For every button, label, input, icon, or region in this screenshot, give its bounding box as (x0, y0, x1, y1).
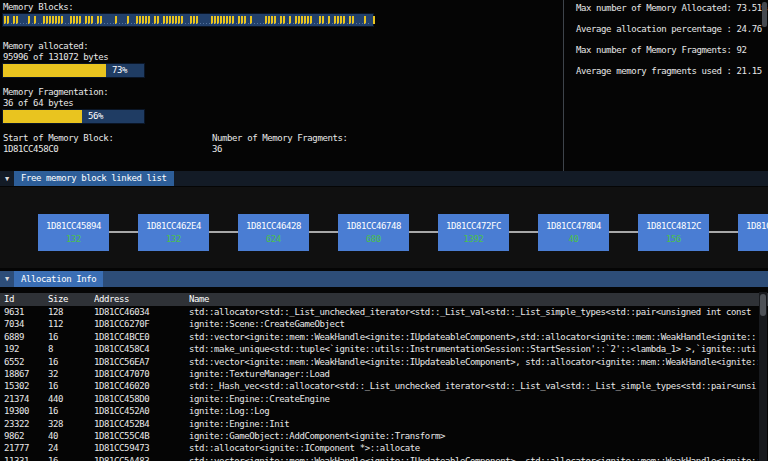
memory-block-segment (97, 16, 99, 24)
cell-address: 1D81CC55C4B (94, 430, 189, 442)
memory-block-segment (109, 16, 111, 24)
cell-address: 1D81CC452B4 (94, 418, 189, 430)
memory-block-segment (22, 16, 24, 24)
memory-block-segment (178, 16, 180, 24)
fragmentation-detail: 36 of 64 bytes (3, 98, 73, 108)
memory-block-segment (112, 16, 114, 24)
memory-block-segment (169, 16, 171, 24)
window-scrollbar-grab[interactable] (762, 2, 767, 27)
memory-block-segment (226, 16, 228, 24)
memory-allocated-detail: 95996 of 131072 bytes (3, 52, 108, 62)
memory-block-segment (193, 16, 195, 24)
cell-name: std::vector<ignite::mem::WeakHandle<igni… (189, 356, 758, 368)
free-block-size: 40 (538, 234, 609, 244)
collapse-arrow-icon: ▼ (5, 275, 9, 283)
cell-id: 9631 (0, 306, 48, 318)
table-row: 70341121D81CC6270Fignite::Scene::CreateG… (0, 318, 758, 330)
cell-address: 1D81CC4BCE0 (94, 331, 189, 343)
node-connector (509, 231, 538, 233)
memory-block-segment (343, 16, 345, 24)
memory-block-segment (259, 16, 261, 24)
cell-address: 1D81CC6270F (94, 318, 189, 330)
memory-block-segment (367, 16, 369, 24)
memory-block-segment (364, 16, 366, 24)
memory-block-segment (76, 16, 78, 24)
memory-block-segment (127, 16, 129, 24)
memory-block-segment (118, 16, 120, 24)
stat-line: Average allocation percentage : 24.76 (576, 24, 767, 34)
table-scrollbar-grab[interactable] (760, 294, 766, 316)
memory-block-segment (289, 16, 291, 24)
memory-block-segment (25, 16, 27, 24)
memory-block-segment (238, 16, 240, 24)
memory-block-segment (61, 16, 63, 24)
cell-name: std::make_unique<std::tuple<`ignite::uti… (189, 343, 758, 355)
memory-block-segment (88, 16, 90, 24)
memory-block-segment (16, 16, 18, 24)
memory-block-segment (52, 16, 54, 24)
free-block-address: 1D81CC45894 (38, 221, 109, 231)
free-list-header[interactable]: ▼ Free memory block linked list (0, 171, 768, 186)
stats-panel: Max number of Memory Allocated: 73.51%Av… (576, 3, 767, 87)
memory-block-segment (46, 16, 48, 24)
node-connector (709, 231, 738, 233)
cell-id: 21777 (0, 442, 48, 454)
memory-block-segment (4, 16, 6, 24)
memory-block-segment (10, 16, 12, 24)
cell-size: 32 (48, 368, 94, 380)
column-header-name: Name (189, 293, 768, 306)
free-block-address: 1D81C (738, 221, 768, 231)
start-block-value: 1D81CC458C0 (3, 144, 58, 154)
memory-block-segment (55, 16, 57, 24)
free-block-address: 1D81CC46748 (338, 221, 409, 231)
allocated-progress-fill (3, 64, 106, 77)
cell-name: std::allocator<ignite::IComponent *>::al… (189, 442, 758, 454)
memory-block-segment (19, 16, 21, 24)
memory-block-segment (361, 16, 363, 24)
fragmentation-progress-label: 56% (88, 110, 103, 123)
table-row: 9862401D81CC55C4Bignite::GameObject::Add… (0, 430, 758, 442)
cell-id: 18867 (0, 368, 48, 380)
memory-block-segment (34, 16, 36, 24)
start-block-label: Start of Memory Block: (3, 133, 113, 143)
memory-block-segment (82, 16, 84, 24)
cell-id: 21374 (0, 393, 48, 405)
memory-block-segment (94, 16, 96, 24)
memory-block-segment (208, 16, 210, 24)
memory-block-segment (133, 16, 135, 24)
cell-address: 1D81CC5A483 (94, 455, 189, 461)
column-header-id: Id (0, 293, 48, 306)
memory-blocks-label: Memory Blocks: (3, 2, 73, 12)
free-block-size: 680 (338, 234, 409, 244)
memory-block-segment (280, 16, 282, 24)
memory-block-segment (262, 16, 264, 24)
memory-block-segment (325, 16, 327, 24)
cell-address: 1D81CC46020 (94, 380, 189, 392)
memory-block-segment (283, 16, 285, 24)
table-row: 233223281D81CC452B4ignite::Engine::Init (0, 418, 758, 430)
free-block-address: 1D81CC4812C (638, 221, 709, 231)
memory-block-segment (223, 16, 225, 24)
memory-block-segment (331, 16, 333, 24)
memory-block-segment (187, 16, 189, 24)
memory-block-segment (355, 16, 357, 24)
free-block-address: 1D81CC472FC (438, 221, 509, 231)
cell-id: 19300 (0, 405, 48, 417)
memory-allocated-label: Memory allocated: (3, 41, 88, 51)
free-block-node: 1D81CC46748680 (338, 214, 409, 251)
memory-block-segment (307, 16, 309, 24)
memory-block-segment (79, 16, 81, 24)
cell-id: 11331 (0, 455, 48, 461)
memory-block-segment (274, 16, 276, 24)
cell-address: 1D81CC458D0 (94, 393, 189, 405)
cell-name: std::_Hash_vec<std::allocator<std::_List… (189, 380, 758, 392)
memory-block-segment (205, 16, 207, 24)
fragments-count-value: 36 (212, 144, 222, 154)
memory-block-segment (28, 16, 30, 24)
allocation-info-header[interactable]: ▼ Allocation Info (0, 271, 768, 287)
memory-block-segment (295, 16, 297, 24)
memory-block-segment (184, 16, 186, 24)
table-scrollbar[interactable] (759, 292, 767, 461)
cell-name: std::allocator<std::_List_unchecked_iter… (189, 306, 758, 318)
node-connector (209, 231, 238, 233)
